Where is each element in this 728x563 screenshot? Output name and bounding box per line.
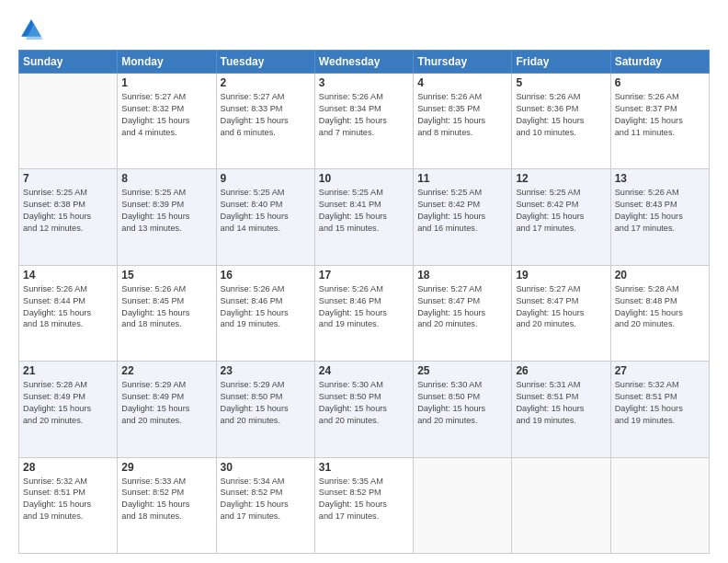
cell-content: Sunrise: 5:25 AM Sunset: 8:42 PM Dayligh…	[417, 187, 507, 235]
day-number: 28	[23, 461, 113, 474]
cell-content: Sunrise: 5:26 AM Sunset: 8:36 PM Dayligh…	[516, 91, 606, 139]
calendar-cell	[414, 457, 512, 553]
day-number: 19	[516, 269, 606, 282]
cell-content: Sunrise: 5:26 AM Sunset: 8:44 PM Dayligh…	[23, 283, 113, 331]
cell-content: Sunrise: 5:28 AM Sunset: 8:48 PM Dayligh…	[615, 283, 705, 331]
calendar-cell: 2Sunrise: 5:27 AM Sunset: 8:33 PM Daylig…	[216, 74, 314, 169]
cell-content: Sunrise: 5:25 AM Sunset: 8:38 PM Dayligh…	[23, 187, 113, 235]
day-number: 6	[615, 76, 705, 89]
cell-content: Sunrise: 5:29 AM Sunset: 8:49 PM Dayligh…	[121, 379, 211, 427]
day-number: 7	[23, 172, 113, 185]
calendar-cell: 5Sunrise: 5:26 AM Sunset: 8:36 PM Daylig…	[512, 74, 610, 169]
cell-content: Sunrise: 5:30 AM Sunset: 8:50 PM Dayligh…	[319, 379, 409, 427]
day-number: 2	[221, 76, 311, 89]
cell-content: Sunrise: 5:26 AM Sunset: 8:45 PM Dayligh…	[121, 283, 211, 331]
cell-content: Sunrise: 5:25 AM Sunset: 8:40 PM Dayligh…	[221, 187, 311, 235]
cell-content: Sunrise: 5:26 AM Sunset: 8:46 PM Dayligh…	[221, 283, 311, 331]
col-header-saturday: Saturday	[610, 51, 709, 74]
calendar-cell: 25Sunrise: 5:30 AM Sunset: 8:50 PM Dayli…	[414, 362, 512, 457]
calendar-cell: 22Sunrise: 5:29 AM Sunset: 8:49 PM Dayli…	[118, 362, 216, 457]
day-number: 18	[417, 269, 507, 282]
cell-content: Sunrise: 5:25 AM Sunset: 8:39 PM Dayligh…	[121, 187, 211, 235]
cell-content: Sunrise: 5:35 AM Sunset: 8:52 PM Dayligh…	[319, 476, 409, 523]
logo-icon	[18, 17, 44, 42]
cell-content: Sunrise: 5:33 AM Sunset: 8:52 PM Dayligh…	[121, 476, 211, 523]
calendar-cell: 28Sunrise: 5:32 AM Sunset: 8:51 PM Dayli…	[19, 457, 118, 553]
calendar-cell: 7Sunrise: 5:25 AM Sunset: 8:38 PM Daylig…	[19, 169, 118, 265]
cell-content: Sunrise: 5:27 AM Sunset: 8:33 PM Dayligh…	[221, 91, 311, 139]
cell-content: Sunrise: 5:27 AM Sunset: 8:47 PM Dayligh…	[417, 283, 507, 331]
day-number: 4	[417, 76, 507, 89]
day-number: 15	[121, 269, 211, 282]
day-number: 3	[319, 76, 409, 89]
day-number: 24	[319, 364, 409, 377]
cell-content: Sunrise: 5:26 AM Sunset: 8:43 PM Dayligh…	[615, 187, 705, 235]
calendar-cell: 4Sunrise: 5:26 AM Sunset: 8:35 PM Daylig…	[414, 74, 512, 169]
day-number: 11	[417, 172, 507, 185]
col-header-friday: Friday	[512, 51, 610, 74]
calendar-cell: 8Sunrise: 5:25 AM Sunset: 8:39 PM Daylig…	[118, 169, 216, 265]
cell-content: Sunrise: 5:32 AM Sunset: 8:51 PM Dayligh…	[615, 379, 705, 427]
day-number: 31	[319, 461, 409, 474]
calendar-cell: 10Sunrise: 5:25 AM Sunset: 8:41 PM Dayli…	[314, 169, 413, 265]
day-number: 17	[319, 269, 409, 282]
cell-content: Sunrise: 5:26 AM Sunset: 8:46 PM Dayligh…	[319, 283, 409, 331]
calendar-table: SundayMondayTuesdayWednesdayThursdayFrid…	[18, 50, 710, 554]
day-number: 16	[221, 269, 311, 282]
cell-content: Sunrise: 5:27 AM Sunset: 8:32 PM Dayligh…	[121, 91, 211, 139]
day-number: 13	[615, 172, 705, 185]
calendar-cell: 18Sunrise: 5:27 AM Sunset: 8:47 PM Dayli…	[414, 265, 512, 361]
day-number: 25	[417, 364, 507, 377]
calendar-cell: 11Sunrise: 5:25 AM Sunset: 8:42 PM Dayli…	[414, 169, 512, 265]
calendar-cell	[512, 457, 610, 553]
cell-content: Sunrise: 5:34 AM Sunset: 8:52 PM Dayligh…	[221, 476, 311, 523]
page: SundayMondayTuesdayWednesdayThursdayFrid…	[0, 0, 728, 563]
cell-content: Sunrise: 5:27 AM Sunset: 8:47 PM Dayligh…	[516, 283, 606, 331]
calendar-cell: 19Sunrise: 5:27 AM Sunset: 8:47 PM Dayli…	[512, 265, 610, 361]
calendar-cell: 26Sunrise: 5:31 AM Sunset: 8:51 PM Dayli…	[512, 362, 610, 457]
col-header-thursday: Thursday	[414, 51, 512, 74]
calendar-cell: 21Sunrise: 5:28 AM Sunset: 8:49 PM Dayli…	[19, 362, 118, 457]
day-number: 30	[221, 461, 311, 474]
day-number: 23	[221, 364, 311, 377]
day-number: 21	[23, 364, 113, 377]
cell-content: Sunrise: 5:31 AM Sunset: 8:51 PM Dayligh…	[516, 379, 606, 427]
calendar-cell	[19, 74, 118, 169]
cell-content: Sunrise: 5:25 AM Sunset: 8:42 PM Dayligh…	[516, 187, 606, 235]
calendar-cell: 16Sunrise: 5:26 AM Sunset: 8:46 PM Dayli…	[216, 265, 314, 361]
calendar-cell: 13Sunrise: 5:26 AM Sunset: 8:43 PM Dayli…	[610, 169, 709, 265]
day-number: 14	[23, 269, 113, 282]
cell-content: Sunrise: 5:26 AM Sunset: 8:35 PM Dayligh…	[417, 91, 507, 139]
cell-content: Sunrise: 5:30 AM Sunset: 8:50 PM Dayligh…	[417, 379, 507, 427]
logo	[18, 17, 48, 42]
cell-content: Sunrise: 5:32 AM Sunset: 8:51 PM Dayligh…	[23, 476, 113, 523]
cell-content: Sunrise: 5:26 AM Sunset: 8:34 PM Dayligh…	[319, 91, 409, 139]
cell-content: Sunrise: 5:26 AM Sunset: 8:37 PM Dayligh…	[615, 91, 705, 139]
day-number: 5	[516, 76, 606, 89]
cell-content: Sunrise: 5:29 AM Sunset: 8:50 PM Dayligh…	[221, 379, 311, 427]
calendar-cell: 14Sunrise: 5:26 AM Sunset: 8:44 PM Dayli…	[19, 265, 118, 361]
calendar-cell: 12Sunrise: 5:25 AM Sunset: 8:42 PM Dayli…	[512, 169, 610, 265]
day-number: 10	[319, 172, 409, 185]
calendar-cell: 24Sunrise: 5:30 AM Sunset: 8:50 PM Dayli…	[314, 362, 413, 457]
calendar-cell	[610, 457, 709, 553]
cell-content: Sunrise: 5:25 AM Sunset: 8:41 PM Dayligh…	[319, 187, 409, 235]
calendar-cell: 15Sunrise: 5:26 AM Sunset: 8:45 PM Dayli…	[118, 265, 216, 361]
col-header-wednesday: Wednesday	[314, 51, 413, 74]
calendar-cell: 9Sunrise: 5:25 AM Sunset: 8:40 PM Daylig…	[216, 169, 314, 265]
calendar-cell: 3Sunrise: 5:26 AM Sunset: 8:34 PM Daylig…	[314, 74, 413, 169]
day-number: 29	[121, 461, 211, 474]
col-header-sunday: Sunday	[19, 51, 118, 74]
day-number: 22	[121, 364, 211, 377]
calendar-cell: 23Sunrise: 5:29 AM Sunset: 8:50 PM Dayli…	[216, 362, 314, 457]
day-number: 12	[516, 172, 606, 185]
day-number: 8	[121, 172, 211, 185]
header	[18, 17, 710, 42]
day-number: 1	[121, 76, 211, 89]
col-header-monday: Monday	[118, 51, 216, 74]
calendar-cell: 29Sunrise: 5:33 AM Sunset: 8:52 PM Dayli…	[118, 457, 216, 553]
cell-content: Sunrise: 5:28 AM Sunset: 8:49 PM Dayligh…	[23, 379, 113, 427]
calendar-cell: 27Sunrise: 5:32 AM Sunset: 8:51 PM Dayli…	[610, 362, 709, 457]
day-number: 9	[221, 172, 311, 185]
calendar-cell: 20Sunrise: 5:28 AM Sunset: 8:48 PM Dayli…	[610, 265, 709, 361]
